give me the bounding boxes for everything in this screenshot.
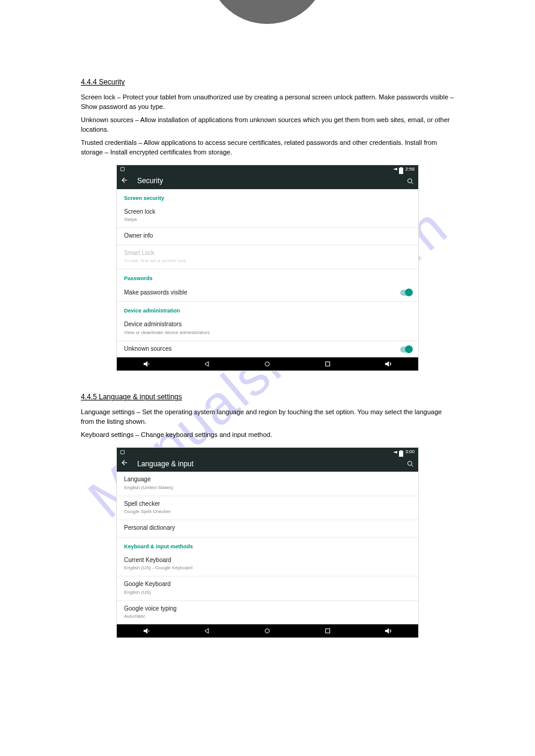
svg-rect-12: [121, 450, 125, 454]
item-title: Screen lock: [124, 208, 411, 216]
svg-marker-13: [393, 451, 397, 453]
item-sub: English (US): [124, 590, 411, 596]
back-icon[interactable]: [120, 459, 129, 469]
back-icon[interactable]: [120, 176, 129, 187]
category-device-admin: Device administration: [117, 302, 418, 317]
search-icon[interactable]: [406, 460, 415, 468]
item-title: Make passwords visible: [124, 289, 411, 297]
svg-rect-0: [121, 168, 125, 171]
svg-rect-2: [399, 168, 403, 174]
battery-icon: [399, 450, 403, 454]
home-nav-icon[interactable]: [263, 627, 271, 635]
category-passwords: Passwords: [117, 269, 418, 284]
item-screen-lock[interactable]: Screen lock Swipe: [117, 204, 418, 229]
svg-marker-7: [144, 362, 147, 367]
item-sub: Automatic: [124, 614, 411, 620]
item-device-administrators[interactable]: Device administrators View or deactivate…: [117, 317, 418, 341]
item-make-passwords-visible[interactable]: Make passwords visible: [117, 285, 418, 302]
item-sub: English (US) - Google Keyboard: [124, 565, 411, 571]
body-text: Trusted credentials – Allow applications…: [81, 138, 454, 157]
status-time: 2:58: [405, 166, 415, 172]
item-title: Device administrators: [124, 321, 411, 329]
status-time: 3:00: [405, 449, 415, 455]
svg-rect-14: [399, 451, 403, 457]
section-title-security: 4.4.4 Security: [81, 78, 454, 87]
item-language[interactable]: Language English (United States): [117, 472, 418, 496]
svg-rect-22: [326, 629, 330, 633]
battery-icon: [399, 167, 403, 171]
recent-nav-icon[interactable]: [324, 360, 332, 368]
app-title: Language & input: [137, 460, 398, 469]
item-sub: View or deactivate device administrators: [124, 330, 411, 336]
item-title: Google voice typing: [124, 605, 411, 613]
status-icon: [120, 167, 125, 171]
section-title-language: 4.4.5 Language & input settings: [81, 393, 454, 402]
item-sub: To use, first set a screen lock: [124, 258, 411, 264]
item-unknown-sources[interactable]: Unknown sources: [117, 341, 418, 358]
decorative-ellipse: [207, 0, 327, 24]
app-bar: Security: [117, 174, 418, 189]
svg-line-18: [412, 465, 413, 467]
svg-rect-3: [401, 167, 402, 168]
svg-marker-19: [144, 629, 147, 634]
item-owner-info[interactable]: Owner info: [117, 228, 418, 245]
language-screenshot: 3:00 Language & input Language English (…: [116, 447, 419, 638]
category-keyboard: Keyboard & input methods: [117, 538, 418, 552]
item-title: Unknown sources: [124, 345, 411, 353]
body-text: Language settings – Set the operating sy…: [81, 408, 454, 427]
back-nav-icon[interactable]: [203, 627, 211, 635]
volume-up-icon[interactable]: [384, 627, 392, 635]
item-title: Google Keyboard: [124, 581, 411, 588]
toggle-switch[interactable]: [400, 347, 411, 353]
svg-line-6: [412, 182, 413, 184]
item-sub: English (United States): [124, 485, 411, 491]
item-sub: Swipe: [124, 217, 411, 223]
svg-marker-23: [385, 629, 388, 634]
item-title: Smart Lock: [124, 250, 411, 257]
item-title: Language: [124, 476, 411, 484]
item-title: Current Keyboard: [124, 557, 411, 564]
svg-point-21: [265, 629, 270, 633]
airplane-icon: [393, 450, 397, 454]
item-google-voice-typing[interactable]: Google voice typing Automatic: [117, 601, 418, 625]
search-icon[interactable]: [406, 177, 415, 186]
item-spell-checker[interactable]: Spell checker Google Spell Checker: [117, 496, 418, 521]
body-text: Unknown sources – Allow installation of …: [81, 116, 454, 135]
app-title: Security: [137, 177, 398, 186]
volume-down-icon[interactable]: [143, 627, 151, 635]
nav-bar: [117, 357, 418, 371]
status-bar: 2:58: [117, 165, 418, 174]
svg-marker-11: [385, 362, 388, 367]
item-google-keyboard[interactable]: Google Keyboard English (US): [117, 576, 418, 601]
svg-marker-20: [205, 629, 208, 633]
item-title: Spell checker: [124, 500, 411, 508]
item-smart-lock: Smart Lock To use, first set a screen lo…: [117, 245, 418, 270]
recent-nav-icon[interactable]: [324, 627, 332, 635]
item-title: Owner info: [124, 232, 411, 240]
app-bar: Language & input: [117, 456, 418, 472]
svg-rect-10: [326, 362, 330, 366]
home-nav-icon[interactable]: [263, 360, 271, 368]
nav-bar: [117, 624, 418, 637]
svg-point-5: [408, 178, 412, 183]
status-bar: 3:00: [117, 448, 418, 456]
svg-rect-15: [401, 450, 402, 451]
status-icon: [120, 450, 125, 454]
svg-marker-8: [205, 362, 208, 366]
item-sub: Google Spell Checker: [124, 509, 411, 515]
body-text: Screen lock – Protect your tablet from u…: [81, 93, 454, 112]
item-title: Personal dictionary: [124, 524, 411, 532]
category-screen-security: Screen security: [117, 189, 418, 204]
toggle-switch[interactable]: [400, 290, 411, 296]
item-current-keyboard[interactable]: Current Keyboard English (US) - Google K…: [117, 552, 418, 577]
svg-marker-1: [393, 168, 397, 171]
body-text: Keyboard settings – Change keyboard sett…: [81, 430, 454, 440]
security-screenshot: 2:58 Security Screen security Screen loc…: [116, 165, 419, 372]
back-nav-icon[interactable]: [203, 360, 211, 368]
volume-up-icon[interactable]: [384, 360, 392, 368]
volume-down-icon[interactable]: [143, 360, 151, 368]
airplane-icon: [393, 167, 397, 171]
item-personal-dictionary[interactable]: Personal dictionary: [117, 520, 418, 538]
svg-point-17: [408, 462, 412, 466]
svg-point-9: [265, 362, 270, 366]
